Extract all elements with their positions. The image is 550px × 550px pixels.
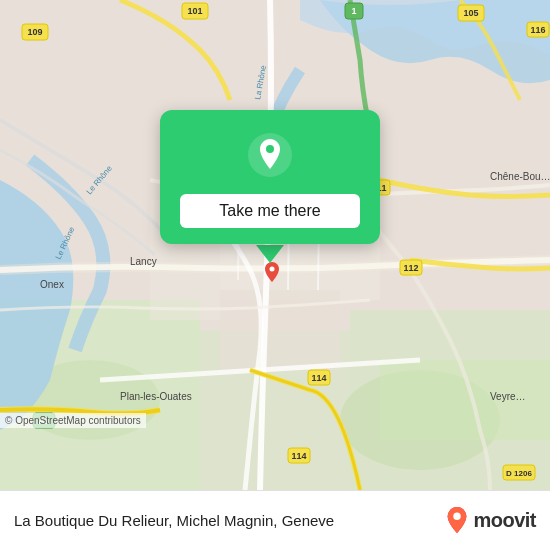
svg-text:Veyre…: Veyre… (490, 391, 526, 402)
location-pin-icon (243, 128, 297, 182)
place-name: La Boutique Du Relieur, Michel Magnin, G… (14, 512, 445, 529)
svg-point-47 (270, 267, 275, 272)
popup-card: Take me there (160, 110, 380, 244)
map-container: Genève Onex Lancy Plan-les-Ouates Chêne-… (0, 0, 550, 490)
take-me-there-button[interactable]: Take me there (180, 194, 360, 228)
svg-point-49 (266, 145, 274, 153)
svg-text:116: 116 (530, 25, 545, 35)
svg-text:D 1206: D 1206 (506, 469, 532, 478)
moovit-brand-text: moovit (473, 509, 536, 532)
svg-text:101: 101 (187, 6, 202, 16)
popup-arrow (160, 245, 380, 263)
svg-text:114: 114 (311, 373, 326, 383)
svg-text:109: 109 (27, 27, 42, 37)
svg-rect-9 (220, 290, 340, 370)
bottom-bar: La Boutique Du Relieur, Michel Magnin, G… (0, 490, 550, 550)
svg-text:Onex: Onex (40, 279, 64, 290)
moovit-logo: moovit (445, 507, 536, 535)
map-pin (263, 262, 281, 284)
svg-text:Plan-les-Ouates: Plan-les-Ouates (120, 391, 192, 402)
svg-text:1: 1 (351, 6, 356, 16)
svg-text:Lancy: Lancy (130, 256, 157, 267)
svg-point-50 (454, 512, 461, 519)
svg-text:Chêne-Bou…: Chêne-Bou… (490, 171, 550, 182)
svg-text:112: 112 (403, 263, 418, 273)
moovit-pin-icon (445, 507, 469, 535)
svg-text:114: 114 (291, 451, 306, 461)
svg-text:105: 105 (463, 8, 478, 18)
osm-attribution: © OpenStreetMap contributors (0, 413, 146, 428)
